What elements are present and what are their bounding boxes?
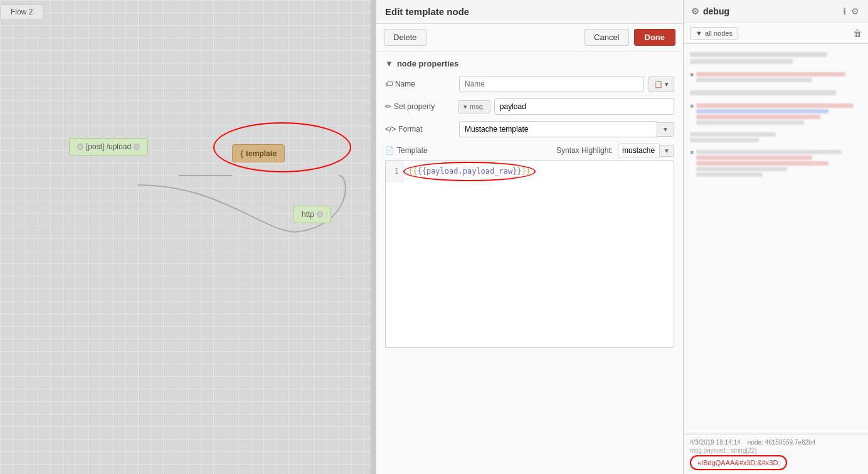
debug-message-group-3 <box>684 85 868 101</box>
node-template[interactable]: { template <box>232 144 285 162</box>
debug-line-8 <box>696 172 763 177</box>
debug-line-6 <box>696 150 842 154</box>
debug-line-5 <box>690 138 759 142</box>
debug-header: ⚙ debug ℹ ⚙ <box>684 0 868 23</box>
node-upload-label: [post] /upload <box>86 142 131 151</box>
name-row: 🏷 Name 📋 ▾ <box>385 76 674 92</box>
format-select[interactable]: Mustache templatePlain textJSON <box>459 121 657 137</box>
debug-bullet-1: ■ <box>690 71 694 78</box>
debug-line-gray-1 <box>696 78 812 82</box>
debug-line-2 <box>690 59 793 64</box>
canvas-connections <box>0 19 376 474</box>
debug-line-3 <box>690 90 836 95</box>
debug-panel: ⚙ debug ℹ ⚙ ▼ all nodes 🗑 ■ <box>683 0 868 474</box>
filter-icon: ▼ <box>696 29 702 37</box>
canvas: Flow 2 [post] /upload { template http <box>0 0 376 474</box>
debug-message-group-1 <box>684 46 868 70</box>
debug-line-4 <box>690 132 776 137</box>
debug-line-pink-1 <box>696 72 845 76</box>
open-delim: {{ <box>408 167 417 176</box>
template-label: 📄 Template <box>385 146 428 155</box>
set-property-row: ✏ Set property ▾ msg. <box>385 98 674 115</box>
syntax-select[interactable]: mustache <box>618 144 660 157</box>
node-http-output-dot <box>317 211 323 218</box>
flow-tab[interactable]: Flow 2 <box>0 4 43 19</box>
node-http[interactable]: http <box>294 206 331 223</box>
node-template-label: template <box>246 149 277 158</box>
template-header-row: 📄 Template Syntax Highlight: mustache ▼ <box>385 144 674 157</box>
format-select-wrap: Mustache templatePlain textJSON ▼ <box>459 121 674 137</box>
template-icon: 📄 <box>385 146 394 155</box>
section-toggle-icon[interactable]: ▼ <box>385 59 393 68</box>
debug-message-group-2: ■ <box>684 70 868 85</box>
debug-settings-button[interactable]: ⚙ <box>850 5 860 18</box>
edit-panel-actions: Delete Cancel Done <box>376 24 683 51</box>
node-upload[interactable]: [post] /upload <box>69 138 148 155</box>
filter-button[interactable]: ▼ all nodes <box>690 27 738 40</box>
format-arrow-icon[interactable]: ▼ <box>657 122 674 137</box>
line-numbers: 1 <box>386 161 403 182</box>
debug-line-blue-1 <box>696 109 828 113</box>
debug-info-button[interactable]: ℹ <box>842 5 847 18</box>
delete-button[interactable]: Delete <box>384 29 426 46</box>
name-options-button[interactable]: 📋 ▾ <box>648 76 674 92</box>
debug-line-pink-2 <box>696 103 854 108</box>
cancel-button[interactable]: Cancel <box>585 29 628 46</box>
msg-prefix-badge[interactable]: ▾ msg. <box>458 100 490 113</box>
debug-message-group-6: ■ <box>684 147 868 179</box>
debug-gear-icon: ⚙ <box>691 6 699 16</box>
dropdown-arrow-icon: ▾ <box>463 103 467 111</box>
debug-payload-value: «IBdgQAAA&#x3D;&#x3D; <box>690 455 787 470</box>
debug-line-1 <box>690 52 827 57</box>
section-title: node properties <box>397 59 458 68</box>
debug-messages: ■ ■ <box>684 44 868 434</box>
debug-bullet-3: ■ <box>690 149 694 155</box>
format-row: </> Format Mustache templatePlain textJS… <box>385 121 674 137</box>
edit-panel-title: Edit template node <box>376 0 683 24</box>
close-delim: }} <box>522 167 531 176</box>
code-icon: </> <box>385 125 396 134</box>
pencil-icon: ✏ <box>385 102 391 111</box>
code-area[interactable]: {{{{payload.payload_raw}}}} <box>403 161 674 182</box>
name-label: 🏷 Name <box>385 80 454 88</box>
debug-line-7 <box>696 167 787 171</box>
debug-message-group-5 <box>684 127 868 147</box>
template-brace-icon: { <box>240 149 243 158</box>
syntax-arrow-icon[interactable]: ▼ <box>660 145 674 157</box>
node-input-dot <box>77 144 83 150</box>
tag-icon: 🏷 <box>385 80 393 88</box>
format-label: </> Format <box>385 125 454 134</box>
canvas-scrollbar[interactable] <box>371 0 376 474</box>
debug-message-group-4: ■ <box>684 101 868 127</box>
edit-panel: Edit template node Delete Cancel Done ▼ … <box>376 0 683 474</box>
section-header: ▼ node properties <box>385 59 674 68</box>
debug-footer: 4/3/2019 18:14:14 node: 46150559.7e82b4 … <box>684 434 868 474</box>
template-code: {{{{payload.payload_raw}}}} <box>408 167 531 176</box>
clear-button[interactable]: 🗑 <box>853 28 862 38</box>
debug-line-gray-2 <box>696 120 804 125</box>
template-editor[interactable]: 1 {{{{payload.payload_raw}}}} <box>385 160 674 348</box>
template-variable: {{payload.payload_raw}} <box>417 167 521 176</box>
debug-line-pink-3 <box>696 115 820 119</box>
node-output-dot <box>134 144 140 150</box>
debug-text-3 <box>696 149 862 178</box>
debug-text-2 <box>696 102 862 126</box>
set-property-label: ✏ Set property <box>385 102 454 111</box>
edit-panel-body: ▼ node properties 🏷 Name 📋 ▾ ✏ Set prope… <box>376 51 683 474</box>
node-http-label: http <box>302 210 314 219</box>
debug-toolbar: ▼ all nodes 🗑 <box>684 23 868 44</box>
debug-bullet-2: ■ <box>690 102 694 109</box>
debug-text-1 <box>696 71 862 83</box>
name-input[interactable] <box>459 76 643 92</box>
template-section: 📄 Template Syntax Highlight: mustache ▼ … <box>385 144 674 348</box>
debug-header-icons: ℹ ⚙ <box>842 5 860 18</box>
flow-tabs: Flow 2 <box>0 0 376 19</box>
filter-label: all nodes <box>705 29 733 37</box>
debug-line-pink-5 <box>696 161 828 166</box>
property-value-input[interactable] <box>494 98 674 115</box>
done-button[interactable]: Done <box>634 29 676 46</box>
debug-payload-label: msg.payload : string[22] <box>690 447 862 454</box>
syntax-highlight-label: Syntax Highlight: <box>556 146 613 155</box>
syntax-select-wrap: mustache ▼ <box>618 144 674 157</box>
debug-title: ⚙ debug <box>691 6 837 16</box>
